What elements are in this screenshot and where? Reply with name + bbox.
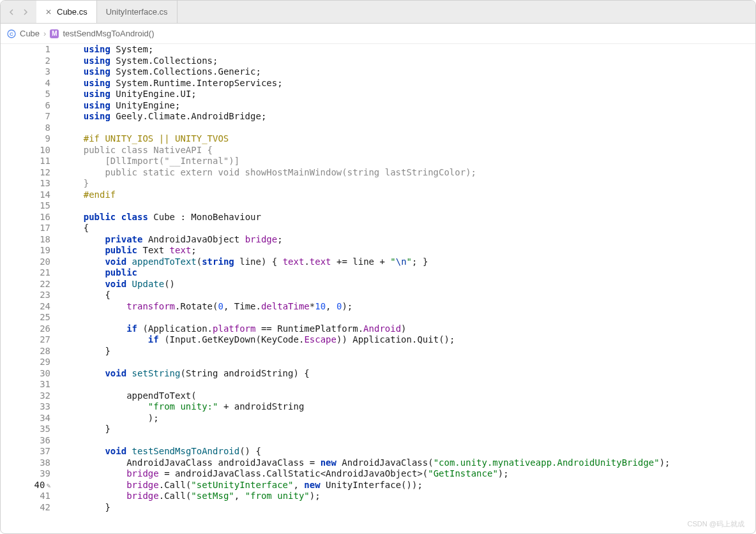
breadcrumb-class[interactable]: Cube [20,29,40,38]
nav-back-icon[interactable] [4,5,19,19]
line-number[interactable]: 7 [1,111,50,122]
code-line[interactable]: using Geely.Climate.AndroidBridge; [62,111,755,122]
code-line[interactable]: { [62,290,755,301]
line-number[interactable]: 39 [1,468,50,480]
code-line[interactable]: void Update() [62,279,755,290]
code-line[interactable]: ); [62,413,755,424]
breadcrumb-method[interactable]: testSendMsgToAndroid() [63,29,154,38]
code-line[interactable]: using System.Runtime.InteropServices; [62,78,755,89]
code-line[interactable] [62,357,755,368]
nav-forward-icon[interactable] [19,5,33,19]
code-line[interactable]: [DllImport("__Internal")] [62,156,755,167]
line-number[interactable]: 15 [1,200,50,212]
code-line[interactable]: private AndroidJavaObject bridge; [62,234,755,246]
line-number[interactable]: 17 [1,223,50,234]
code-line[interactable]: using UnityEngine.UI; [62,89,755,100]
line-number[interactable]: 3 [1,66,50,78]
line-number[interactable]: 26 [1,323,50,335]
tab-cube-cs[interactable]: ✕ Cube.cs [36,1,97,23]
code-line[interactable]: } [62,424,755,435]
breadcrumb-separator-icon: › [43,29,46,38]
tab-label: UnityInterface.cs [106,7,168,17]
code-line[interactable]: using System.Collections.Generic; [62,66,755,78]
code-line[interactable] [62,312,755,323]
code-line[interactable]: transform.Rotate(0, Time.deltaTime*10, 0… [62,301,755,313]
code-line[interactable] [62,379,755,390]
code-line[interactable]: using System; [62,44,755,56]
code-line[interactable] [62,122,755,134]
code-line[interactable]: public class NativeAPI { [62,145,755,156]
code-line[interactable]: { [62,223,755,234]
code-line[interactable]: if (Input.GetKeyDown(KeyCode.Escape)) Ap… [62,334,755,346]
editor-window: ✕ Cube.cs UnityInterface.cs C Cube › M t… [0,0,756,534]
line-number[interactable]: 28 [1,346,50,357]
code-line[interactable]: public class Cube : MonoBehaviour [62,212,755,223]
line-number[interactable]: 19 [1,245,50,256]
line-number[interactable]: 11 [1,156,50,167]
line-number[interactable]: 32 [1,390,50,402]
code-line[interactable]: public static extern void showHostMainWi… [62,167,755,179]
code-line[interactable]: using System.Collections; [62,56,755,67]
bookmark-icon[interactable]: ✎ [46,482,50,491]
line-number[interactable]: 21 [1,267,50,279]
line-number[interactable]: 20 [1,256,50,268]
line-number[interactable]: 6 [1,100,50,112]
line-number[interactable]: 29 [1,357,50,368]
line-number[interactable]: 9 [1,133,50,145]
code-line[interactable]: #endif [62,189,755,201]
line-number[interactable]: 34 [1,413,50,424]
line-number[interactable]: 2 [1,56,50,67]
code-line[interactable]: bridge.Call("setMsg", "from unity"); [62,491,755,502]
tab-unityinterface-cs[interactable]: UnityInterface.cs [97,1,178,23]
line-number[interactable]: 10 [1,145,50,156]
code-line[interactable]: AndroidJavaClass androidJavaClass = new … [62,457,755,469]
code-line[interactable] [62,200,755,212]
line-number[interactable]: 31 [1,379,50,390]
code-line[interactable]: } [62,178,755,189]
line-number[interactable]: 14 [1,189,50,201]
code-line[interactable]: appendToText( [62,390,755,402]
code-line[interactable]: #if UNITY_IOS || UNITY_TVOS [62,133,755,145]
line-number[interactable]: 33 [1,401,50,413]
line-number[interactable]: 1 [1,44,50,56]
line-number[interactable]: 37 [1,446,50,457]
code-line[interactable]: using UnityEngine; [62,100,755,112]
line-number[interactable]: 23 [1,290,50,301]
code-line[interactable]: void appendToText(string line) { text.te… [62,256,755,268]
code-line[interactable]: public [62,267,755,279]
code-content[interactable]: using System; using System.Collections; … [59,44,755,533]
line-number[interactable]: 8 [1,122,50,134]
line-number[interactable]: 18 [1,234,50,246]
breadcrumb: C Cube › M testSendMsgToAndroid() [1,24,755,44]
code-area[interactable]: 1234567891011121314151617181920212223242… [1,44,755,533]
line-number[interactable]: 25 [1,312,50,323]
line-number-gutter: 1234567891011121314151617181920212223242… [1,44,59,533]
code-line[interactable]: } [62,502,755,514]
line-number[interactable]: 42 [1,502,50,514]
code-line[interactable]: void setString(String androidString) { [62,368,755,380]
code-line[interactable]: "from unity:" + androidString [62,401,755,413]
code-line[interactable]: if (Application.platform == RuntimePlatf… [62,323,755,335]
line-number[interactable]: 16 [1,212,50,223]
line-number[interactable]: 35 [1,424,50,435]
code-line[interactable]: } [62,346,755,357]
close-icon[interactable]: ✕ [45,8,52,17]
line-number[interactable]: 27 [1,334,50,346]
svg-text:C: C [10,31,13,37]
line-number[interactable]: 36 [1,435,50,447]
line-number[interactable]: 41 [1,491,50,502]
code-line[interactable]: void testSendMsgToAndroid() { [62,446,755,457]
line-number[interactable]: 4 [1,78,50,89]
line-number[interactable]: 22 [1,279,50,290]
code-line[interactable]: public Text text; [62,245,755,256]
line-number[interactable]: 24 [1,301,50,313]
line-number[interactable]: 38 [1,457,50,469]
line-number[interactable]: 12 [1,167,50,179]
line-number[interactable]: 13 [1,178,50,189]
code-line[interactable]: bridge = androidJavaClass.CallStatic<And… [62,468,755,480]
code-line[interactable] [62,435,755,447]
code-line[interactable]: bridge.Call("setUnityInterface", new Uni… [62,480,755,491]
line-number[interactable]: 40✎ [1,480,50,491]
line-number[interactable]: 30 [1,368,50,380]
line-number[interactable]: 5 [1,89,50,100]
